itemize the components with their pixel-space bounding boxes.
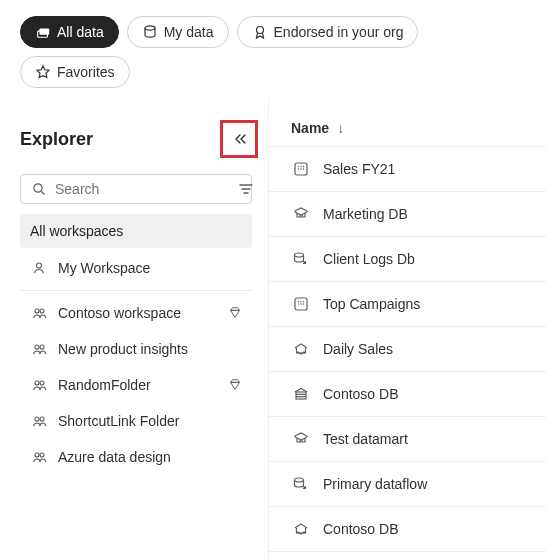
person-icon	[30, 259, 48, 277]
group-icon	[30, 340, 48, 358]
filter-label: Favorites	[57, 64, 115, 80]
dataset-icon	[291, 294, 311, 314]
data-item-row[interactable]: Marketing DB	[269, 192, 546, 237]
workspace-label: My Workspace	[58, 260, 150, 276]
data-item-row[interactable]: Client Logs Db	[269, 237, 546, 282]
item-name: Sales FY21	[323, 161, 395, 177]
explorer-sidebar: Explorer All workspaces My WorkspaceCont…	[0, 98, 268, 560]
data-item-row[interactable]: Test datamart	[269, 417, 546, 462]
item-name: Primary dataflow	[323, 476, 427, 492]
data-item-row[interactable]: Contoso DB	[269, 507, 546, 552]
item-name: Contoso DB	[323, 521, 398, 537]
group-icon	[30, 376, 48, 394]
group-icon	[30, 412, 48, 430]
item-name: Top Campaigns	[323, 296, 420, 312]
filter-label: My data	[164, 24, 214, 40]
dataflow-icon	[291, 474, 311, 494]
data-item-row[interactable]: Primary dataflow	[269, 552, 546, 560]
all-workspaces-item[interactable]: All workspaces	[20, 214, 252, 248]
star-icon	[35, 64, 51, 80]
search-box[interactable]	[20, 174, 252, 204]
workspace-item[interactable]: New product insights	[20, 331, 252, 367]
warehouse-icon	[291, 384, 311, 404]
workspace-item[interactable]: RandomFolder	[20, 367, 252, 403]
item-name: Contoso DB	[323, 386, 398, 402]
column-header-name[interactable]: Name ↓	[269, 120, 546, 146]
item-name: Client Logs Db	[323, 251, 415, 267]
lakehouse-icon	[291, 339, 311, 359]
workspace-item[interactable]: My Workspace	[20, 250, 252, 286]
collapse-sidebar-button[interactable]	[220, 120, 258, 158]
workspace-item[interactable]: Contoso workspace	[20, 295, 252, 331]
filter-my-data[interactable]: My data	[127, 16, 229, 48]
workspace-item[interactable]: ShortcutLink Folder	[20, 403, 252, 439]
data-item-row[interactable]: Primary dataflow	[269, 462, 546, 507]
divider	[20, 290, 252, 291]
data-list-panel: Name ↓ Sales FY21Marketing DBClient Logs…	[268, 98, 546, 560]
workspace-label: ShortcutLink Folder	[58, 413, 179, 429]
premium-diamond-icon	[228, 378, 242, 392]
ribbon-icon	[252, 24, 268, 40]
data-item-row[interactable]: Daily Sales	[269, 327, 546, 372]
filter-endorsed[interactable]: Endorsed in your org	[237, 16, 419, 48]
group-icon	[30, 448, 48, 466]
datamart-icon	[291, 429, 311, 449]
item-name: Marketing DB	[323, 206, 408, 222]
workspace-label: New product insights	[58, 341, 188, 357]
workspace-label: Azure data design	[58, 449, 171, 465]
filter-all-data[interactable]: All data	[20, 16, 119, 48]
sort-descending-icon: ↓	[337, 120, 344, 136]
chevrons-left-icon	[231, 131, 247, 147]
search-input[interactable]	[55, 181, 230, 197]
data-item-row[interactable]: Top Campaigns	[269, 282, 546, 327]
data-item-row[interactable]: Contoso DB	[269, 372, 546, 417]
dataset-icon	[291, 159, 311, 179]
premium-diamond-icon	[228, 306, 242, 320]
item-name: Daily Sales	[323, 341, 393, 357]
dataflow-icon	[291, 249, 311, 269]
workspace-label: Contoso workspace	[58, 305, 181, 321]
item-name: Test datamart	[323, 431, 408, 447]
cylinder-icon	[142, 24, 158, 40]
data-item-row[interactable]: Sales FY21	[269, 146, 546, 192]
workspace-item[interactable]: Azure data design	[20, 439, 252, 475]
workspace-label: RandomFolder	[58, 377, 151, 393]
filter-label: Endorsed in your org	[274, 24, 404, 40]
filter-icon[interactable]	[238, 181, 254, 197]
lakehouse-icon	[291, 519, 311, 539]
explorer-title: Explorer	[20, 129, 93, 150]
datamart-icon	[291, 204, 311, 224]
column-label: Name	[291, 120, 329, 136]
filter-label: All data	[57, 24, 104, 40]
sidebar-item-label: All workspaces	[30, 223, 123, 239]
stack-icon	[35, 24, 51, 40]
filter-favorites[interactable]: Favorites	[20, 56, 130, 88]
filter-pill-row: All data My data Endorsed in your org Fa…	[0, 0, 546, 98]
group-icon	[30, 304, 48, 322]
search-icon	[31, 181, 47, 197]
